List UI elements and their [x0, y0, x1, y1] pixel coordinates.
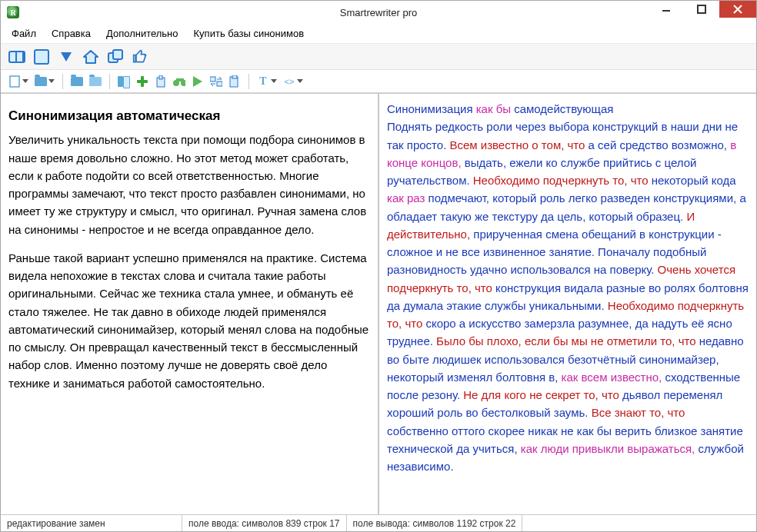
status-input: поле ввода: символов 839 строк 17	[182, 515, 347, 531]
left-paragraph-2: Раньше такой вариант успешно применялся …	[8, 249, 370, 392]
menu-extra[interactable]: Дополнительно	[100, 25, 185, 42]
separator	[109, 74, 110, 89]
synonym-segment[interactable]: а сей средство возможно,	[589, 138, 731, 151]
synonym-segment[interactable]: Всем известно о том, что	[449, 138, 588, 151]
svg-rect-1	[698, 5, 705, 13]
tb2-binoculars-icon[interactable]	[172, 74, 187, 89]
tb2-folder-icon[interactable]	[69, 74, 85, 89]
left-paragraph-1: Увеличить уникальность текста при помощи…	[8, 131, 370, 238]
svg-rect-0	[662, 10, 670, 12]
svg-rect-2	[10, 76, 19, 87]
maximize-button[interactable]	[684, 1, 719, 18]
synonym-segment[interactable]: некоторый кода	[652, 174, 736, 187]
menu-file[interactable]: Файл	[5, 25, 42, 42]
tb2-tags-icon[interactable]: <>	[282, 74, 305, 89]
app-icon: R	[7, 6, 19, 18]
tool-box-icon[interactable]	[32, 47, 52, 67]
synonym-segment[interactable]: Было бы плохо, если бы мы не отметили то…	[436, 334, 699, 347]
svg-rect-8	[210, 77, 215, 81]
titlebar: R Smartrewriter pro	[1, 1, 756, 24]
status-mode: редактирование замен	[1, 515, 182, 531]
menubar: Файл Справка Дополнительно Купить базы с…	[1, 24, 756, 44]
svg-rect-9	[217, 81, 222, 86]
synonym-segment[interactable]: Не для кого не секрет то, что	[463, 388, 622, 401]
synonym-segment[interactable]: Все знают то, что	[592, 406, 685, 419]
tb2-open-icon[interactable]	[33, 74, 56, 89]
tb2-paste-icon[interactable]	[227, 74, 242, 89]
tb2-replace-icon[interactable]	[208, 74, 224, 89]
menu-help[interactable]: Справка	[45, 25, 97, 42]
menu-buy[interactable]: Купить базы синонимов	[188, 25, 311, 42]
synonym-segment[interactable]: как бы	[476, 102, 515, 115]
tb2-new-icon[interactable]	[7, 74, 30, 89]
synonym-segment[interactable]: как раз	[387, 191, 429, 204]
minimize-button[interactable]	[649, 1, 684, 18]
app-window: R Smartrewriter pro Файл Справка Дополни…	[0, 0, 757, 532]
tb2-folder2-icon[interactable]	[88, 74, 103, 89]
synonym-segment[interactable]: самодействующая	[514, 102, 613, 115]
separator	[62, 74, 63, 89]
tool-doc-icon[interactable]	[7, 47, 27, 67]
window-controls	[649, 1, 756, 24]
svg-rect-4	[159, 75, 162, 79]
secondary-toolbar: T <>	[1, 70, 756, 93]
synonym-segment[interactable]: Синонимизация	[387, 102, 476, 115]
close-button[interactable]	[719, 1, 756, 18]
status-output: поле вывода: символов 1192 строк 22	[347, 515, 523, 531]
content-area: Синонимизация автоматическая Увеличить у…	[1, 93, 756, 514]
tb2-play-icon[interactable]	[190, 74, 205, 89]
primary-toolbar	[1, 44, 756, 70]
tool-like-icon[interactable]	[130, 47, 150, 67]
synonym-segment[interactable]: как всем известно,	[562, 371, 665, 384]
tool-copy-icon[interactable]	[105, 47, 125, 67]
statusbar: редактирование замен поле ввода: символо…	[1, 514, 756, 531]
tool-down-icon[interactable]	[56, 47, 76, 67]
left-heading: Синонимизация автоматическая	[8, 106, 370, 126]
left-pane[interactable]: Синонимизация автоматическая Увеличить у…	[1, 94, 378, 514]
right-pane[interactable]: Синонимизация как бы самодействующаяПодн…	[379, 94, 756, 514]
tb2-add-icon[interactable]	[135, 74, 150, 89]
window-title: Smartrewriter pro	[1, 7, 756, 18]
tb2-clip-icon[interactable]	[153, 74, 168, 89]
separator	[248, 74, 249, 89]
tool-home-icon[interactable]	[81, 47, 101, 67]
tb2-text-icon[interactable]: T	[255, 74, 278, 89]
svg-rect-11	[232, 75, 237, 78]
svg-rect-7	[176, 78, 184, 81]
tb2-split-icon[interactable]	[116, 74, 132, 89]
synonym-segment[interactable]: как люди привыкли выражаться,	[521, 442, 699, 455]
synonym-segment[interactable]: Необходимо подчеркнуть то, что	[473, 174, 652, 187]
